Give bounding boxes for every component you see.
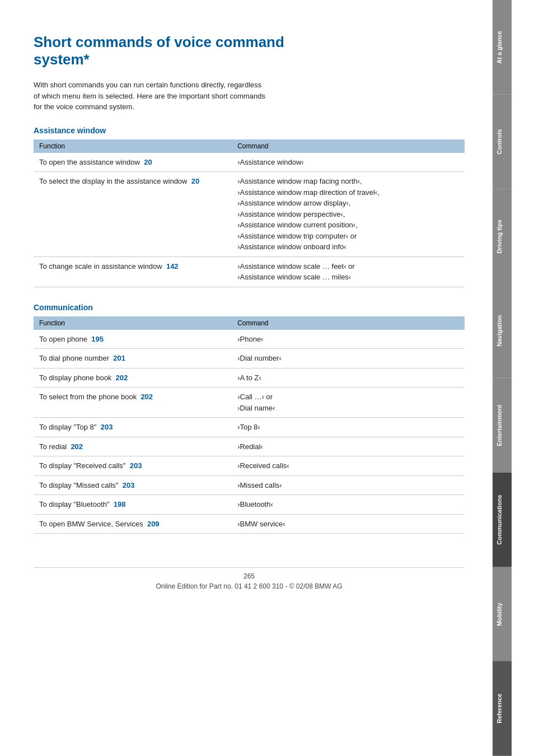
table-row: To open BMW Service, Services 209›BMW se… — [34, 514, 465, 534]
function-cell: To redial 202 — [34, 437, 232, 456]
function-cell: To select the display in the assistance … — [34, 172, 232, 257]
sidebar-tab-at-glance[interactable]: At a glance — [493, 0, 512, 95]
table-row: To display "Received calls" 203›Received… — [34, 456, 465, 476]
main-content: Short commands of voice command system* … — [0, 0, 493, 756]
function-cell: To change scale in assistance window 142 — [34, 256, 232, 287]
command-cell: ›Call …‹ or›Dial name‹ — [232, 388, 465, 418]
command-cell: ›Assistance window map facing north‹,›As… — [232, 172, 465, 257]
command-cell: ›Bluetooth‹ — [232, 495, 465, 515]
table-row: To select the display in the assistance … — [34, 172, 465, 257]
command-cell: ›Received calls‹ — [232, 456, 465, 476]
function-cell: To display "Bluetooth" 198 — [34, 495, 232, 515]
function-cell: To dial phone number 201 — [34, 349, 232, 368]
command-cell: ›A to Z‹ — [232, 368, 465, 388]
communication-table: Function Command To open phone 195›Phone… — [34, 316, 465, 534]
table-row: To open the assistance window 20›Assista… — [34, 153, 465, 172]
sidebar-tab-mobility[interactable]: Mobility — [493, 567, 512, 662]
communication-heading: Communication — [34, 303, 465, 312]
command-cell: ›Redial‹ — [232, 437, 465, 456]
table-row: To open phone 195›Phone‹ — [34, 330, 465, 349]
sidebar: At a glanceControlsDriving tipsNavigatio… — [493, 0, 512, 756]
command-cell: ›Top 8‹ — [232, 418, 465, 437]
page-number: 265 — [34, 572, 465, 580]
table-row: To redial 202›Redial‹ — [34, 437, 465, 456]
function-cell: To open BMW Service, Services 209 — [34, 514, 232, 534]
intro-paragraph: With short commands you can run certain … — [34, 80, 269, 113]
assistance-window-table: Function Command To open the assistance … — [34, 139, 465, 287]
function-cell: To display "Received calls" 203 — [34, 456, 232, 476]
page-title: Short commands of voice command system* — [34, 34, 465, 68]
comm-col-function: Function — [34, 316, 232, 330]
command-cell: ›Phone‹ — [232, 330, 465, 349]
command-cell: ›Assistance window‹ — [232, 153, 465, 172]
function-cell: To display phone book 202 — [34, 368, 232, 388]
table-row: To display phone book 202›A to Z‹ — [34, 368, 465, 388]
footer-text: Online Edition for Part no. 01 41 2 600 … — [34, 582, 465, 590]
command-cell: ›BMW service‹ — [232, 514, 465, 534]
aw-col-command: Command — [232, 139, 465, 153]
table-row: To display "Missed calls" 203›Missed cal… — [34, 475, 465, 495]
function-cell: To open the assistance window 20 — [34, 153, 232, 172]
table-row: To dial phone number 201›Dial number‹ — [34, 349, 465, 368]
table-row: To change scale in assistance window 142… — [34, 256, 465, 287]
function-cell: To display "Missed calls" 203 — [34, 475, 232, 495]
command-cell: ›Missed calls‹ — [232, 475, 465, 495]
sidebar-tab-navigation[interactable]: Navigation — [493, 283, 512, 378]
sidebar-tab-reference[interactable]: Reference — [493, 661, 512, 756]
command-cell: ›Assistance window scale … feet‹ or›Assi… — [232, 256, 465, 287]
comm-col-command: Command — [232, 316, 465, 330]
function-cell: To display "Top 8" 203 — [34, 418, 232, 437]
table-row: To display "Top 8" 203›Top 8‹ — [34, 418, 465, 437]
table-row: To select from the phone book 202›Call …… — [34, 388, 465, 418]
command-cell: ›Dial number‹ — [232, 349, 465, 368]
footer: 265 Online Edition for Part no. 01 41 2 … — [34, 567, 465, 590]
function-cell: To open phone 195 — [34, 330, 232, 349]
function-cell: To select from the phone book 202 — [34, 388, 232, 418]
table-row: To display "Bluetooth" 198›Bluetooth‹ — [34, 495, 465, 515]
aw-col-function: Function — [34, 139, 232, 153]
assistance-window-heading: Assistance window — [34, 126, 465, 135]
sidebar-tab-communications[interactable]: Communications — [493, 473, 512, 567]
sidebar-tab-controls[interactable]: Controls — [493, 95, 512, 189]
sidebar-tab-entertainment[interactable]: Entertainment — [493, 378, 512, 473]
sidebar-tab-driving-tips[interactable]: Driving tips — [493, 189, 512, 284]
